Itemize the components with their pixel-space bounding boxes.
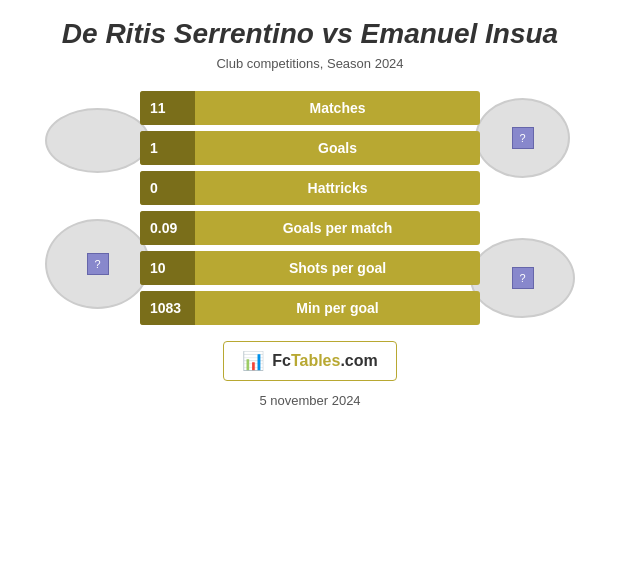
stat-label: Goals per match	[195, 220, 480, 236]
logo-area: 📊 FcTables.com	[223, 341, 397, 381]
stat-label: Shots per goal	[195, 260, 480, 276]
player-right-avatar-top: ?	[475, 98, 570, 178]
footer-date: 5 november 2024	[259, 393, 360, 408]
stat-label: Goals	[195, 140, 480, 156]
page-subtitle: Club competitions, Season 2024	[216, 56, 403, 71]
stats-center: 11Matches1Goals0Hattricks0.09Goals per m…	[140, 91, 480, 325]
player-left-avatar-top	[45, 108, 150, 173]
player-right-avatar-bottom: ?	[470, 238, 575, 318]
stat-value: 11	[140, 91, 195, 125]
player-right: ? ?	[470, 98, 575, 318]
player-left-photo: ?	[87, 253, 109, 275]
logo-text: FcTables.com	[272, 352, 378, 370]
player-right-photo-bottom: ?	[512, 267, 534, 289]
page-wrapper: De Ritis Serrentino vs Emanuel Insua Clu…	[0, 0, 620, 580]
stat-row: 1083Min per goal	[140, 291, 480, 325]
player-left: ?	[45, 108, 150, 309]
comparison-area: ? 11Matches1Goals0Hattricks0.09Goals per…	[10, 91, 610, 325]
stat-label: Matches	[195, 100, 480, 116]
stat-value: 0.09	[140, 211, 195, 245]
stat-row: 10Shots per goal	[140, 251, 480, 285]
stat-value: 1	[140, 131, 195, 165]
stat-row: 0Hattricks	[140, 171, 480, 205]
player-left-avatar-bottom: ?	[45, 219, 150, 309]
page-title: De Ritis Serrentino vs Emanuel Insua	[62, 18, 558, 50]
stat-row: 1Goals	[140, 131, 480, 165]
player-right-photo-top: ?	[512, 127, 534, 149]
stat-row: 0.09Goals per match	[140, 211, 480, 245]
stat-label: Hattricks	[195, 180, 480, 196]
stat-value: 0	[140, 171, 195, 205]
stat-value: 10	[140, 251, 195, 285]
stat-value: 1083	[140, 291, 195, 325]
stat-label: Min per goal	[195, 300, 480, 316]
stat-row: 11Matches	[140, 91, 480, 125]
logo-icon: 📊	[242, 350, 264, 372]
